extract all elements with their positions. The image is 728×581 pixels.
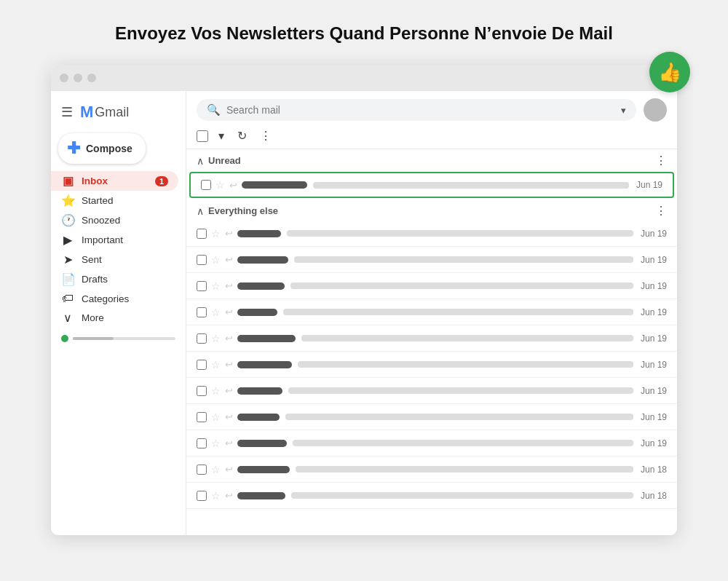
sidebar-item-categories[interactable]: 🏷 Categories [51,289,178,308]
email-checkbox[interactable] [201,180,211,190]
email-date: Jun 19 [638,360,667,370]
table-row[interactable]: ☆ ↩ Jun 19 [186,221,677,247]
email-checkbox[interactable] [197,333,207,344]
email-checkbox[interactable] [197,412,207,422]
unread-chevron-icon[interactable]: ∧ [197,155,204,167]
table-row[interactable]: ☆ ↩ Jun 18 [186,456,677,483]
search-dropdown-icon[interactable]: ▾ [621,105,626,116]
emails-area: ∧ Unread ⋮ ☆ ↩ Jun 19 [186,149,677,535]
reply-icon[interactable]: ↩ [225,359,233,370]
gmail-label: Gmail [95,105,129,120]
star-icon[interactable]: ☆ [211,490,221,502]
search-icon: 🔍 [207,103,221,116]
everything-chevron-icon[interactable]: ∧ [197,205,204,217]
hamburger-icon[interactable]: ☰ [61,104,73,120]
sidebar-item-sent[interactable]: ➤ Sent [51,250,178,269]
reply-icon[interactable]: ↩ [225,228,233,239]
email-checkbox[interactable] [197,491,207,501]
email-sender-bar [242,181,307,189]
sidebar-item-started[interactable]: ⭐ Started [51,191,178,210]
star-icon[interactable]: ☆ [211,359,221,371]
sidebar-item-snoozed[interactable]: 🕐 Snoozed [51,210,178,230]
email-subject-bar [294,256,633,263]
search-box[interactable]: 🔍 Search mail ▾ [197,99,636,121]
compose-button[interactable]: ✚ Compose [58,133,146,164]
email-subject-bar [285,414,633,420]
sidebar-item-inbox[interactable]: ▣ Inbox 1 [51,171,178,191]
sidebar-item-important[interactable]: ▶ Important [51,230,178,250]
email-date: Jun 19 [638,438,667,448]
reply-icon[interactable]: ↩ [225,307,233,317]
table-row[interactable]: ☆ ↩ Jun 19 [186,247,677,273]
star-icon[interactable]: ☆ [211,385,221,397]
email-content [237,492,633,499]
email-sender-bar [237,256,288,264]
table-row[interactable]: ☆ ↩ Jun 19 [186,299,677,325]
table-row[interactable]: ☆ ↩ Jun 19 [186,430,677,456]
sidebar-item-more[interactable]: ∨ More [51,308,178,328]
table-row[interactable]: ☆ ↩ Jun 19 [186,378,677,404]
more-options-icon[interactable]: ⋮ [257,127,274,144]
table-row[interactable]: ☆ ↩ Jun 19 [186,325,677,352]
select-all-checkbox[interactable] [197,130,208,142]
avatar[interactable] [644,98,667,122]
reply-icon[interactable]: ↩ [225,411,233,422]
reply-icon[interactable]: ↩ [225,333,233,344]
email-checkbox[interactable] [197,307,207,317]
select-dropdown-icon[interactable]: ▾ [215,127,227,144]
reply-icon[interactable]: ↩ [225,438,233,448]
storage-dot [61,335,68,342]
email-sender-bar [237,230,281,237]
email-date: Jun 19 [633,180,662,190]
email-checkbox[interactable] [197,255,207,265]
table-row[interactable]: ☆ ↩ Jun 19 [186,352,677,378]
reply-icon[interactable]: ↩ [225,254,233,265]
thumbs-up-badge: 👍 [649,52,690,92]
star-icon: ⭐ [61,194,74,208]
star-icon[interactable]: ☆ [211,254,221,266]
reply-icon[interactable]: ↩ [225,490,233,501]
everything-else-section-header: ∧ Everything else ⋮ [186,199,677,221]
refresh-icon[interactable]: ↻ [234,127,250,144]
star-icon[interactable]: ☆ [211,228,221,240]
star-icon[interactable]: ☆ [215,179,225,191]
gmail-layout: ☰ M Gmail ✚ Compose ▣ Inbox 1 [51,91,677,535]
email-content [237,440,633,447]
email-date: Jun 19 [638,386,667,396]
email-sender-bar [237,387,282,395]
star-icon[interactable]: ☆ [211,307,221,318]
star-icon[interactable]: ☆ [211,333,221,344]
email-row-highlighted[interactable]: ☆ ↩ Jun 19 [189,172,674,198]
star-icon[interactable]: ☆ [211,464,221,475]
email-checkbox[interactable] [197,386,207,396]
email-checkbox[interactable] [197,229,207,239]
reply-icon[interactable]: ↩ [229,180,237,191]
email-checkbox[interactable] [197,281,207,291]
everything-more-icon[interactable]: ⋮ [655,204,667,218]
email-checkbox[interactable] [197,438,207,448]
reply-icon[interactable]: ↩ [225,385,233,396]
table-row[interactable]: ☆ ↩ Jun 19 [186,404,677,430]
email-sender-bar [237,466,290,473]
sent-label: Sent [82,254,102,265]
email-subject-bar [296,466,633,473]
star-icon[interactable]: ☆ [211,280,221,292]
main-content: 🔍 Search mail ▾ ▾ ↻ ⋮ [186,91,677,535]
storage-bar-bg [73,337,175,340]
compose-plus-icon: ✚ [67,141,80,157]
email-subject-bar [291,492,633,499]
sidebar-item-drafts[interactable]: 📄 Drafts [51,269,178,289]
snoozed-label: Snoozed [82,215,120,226]
reply-icon[interactable]: ↩ [225,280,233,291]
email-checkbox[interactable] [197,465,207,475]
table-row[interactable]: ☆ ↩ Jun 18 [186,483,677,509]
reply-icon[interactable]: ↩ [225,464,233,475]
unread-more-icon[interactable]: ⋮ [655,154,667,167]
star-icon[interactable]: ☆ [211,438,221,449]
gmail-m-icon: M [80,103,92,122]
star-icon[interactable]: ☆ [211,411,221,423]
email-checkbox[interactable] [197,360,207,370]
email-date: Jun 18 [638,465,667,475]
table-row[interactable]: ☆ ↩ Jun 19 [186,273,677,299]
unread-section-label: Unread [208,155,651,166]
